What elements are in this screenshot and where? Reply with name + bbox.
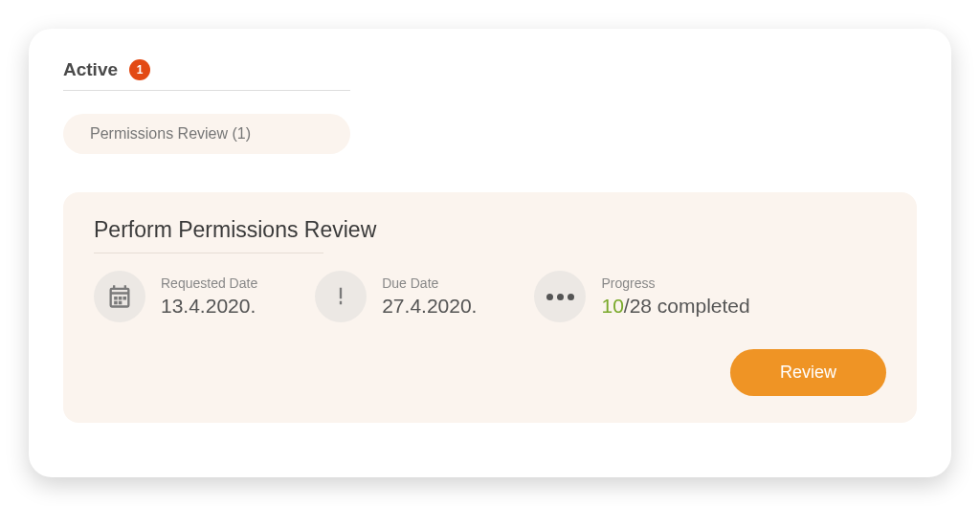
task-panel: Perform Permissions Review Requested Dat… [63,192,917,423]
due-date-item: Due Date 27.4.2020. [315,271,477,322]
requested-date-value: 13.4.2020. [161,295,257,318]
requested-date-item: Requested Date 13.4.2020. [94,271,257,322]
tab-underline [63,90,350,91]
tab-badge: 1 [129,59,150,80]
progress-done-count: 10 [601,295,623,317]
due-date-label: Due Date [382,275,477,291]
requested-date-label: Requested Date [161,275,257,291]
due-date-value: 27.4.2020. [382,295,477,318]
exclamation-icon [315,271,367,322]
review-button[interactable]: Review [730,349,886,396]
button-row: Review [94,349,886,396]
progress-label: Progress [601,275,749,291]
calendar-icon [94,271,145,322]
progress-total-suffix: /28 completed [624,295,750,317]
progress-value: 10/28 completed [601,295,749,318]
task-title: Perform Permissions Review [94,217,886,243]
task-title-divider [94,253,323,253]
tab-active[interactable]: Active [63,59,118,80]
task-card: Active 1 Permissions Review (1) Perform … [29,29,951,477]
filter-permissions-review[interactable]: Permissions Review (1) [63,114,350,154]
task-info-row: Requested Date 13.4.2020. Due Date 27.4.… [94,271,886,322]
more-horizontal-icon [534,271,586,322]
tab-header: Active 1 [63,59,917,80]
progress-item: Progress 10/28 completed [534,271,749,322]
